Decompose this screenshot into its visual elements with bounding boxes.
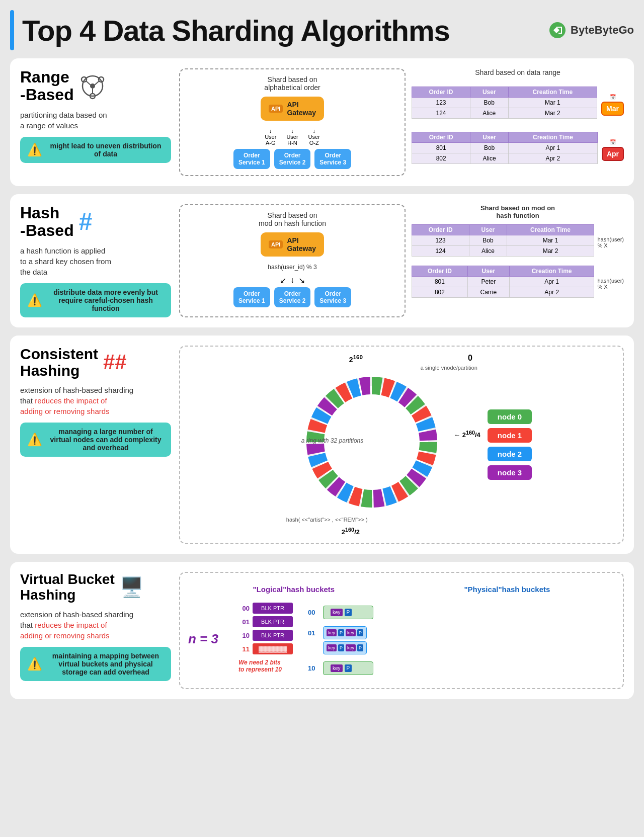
service-2: OrderService 2 [274, 149, 311, 169]
phys-box-10: key P [323, 661, 373, 675]
hash-right-title: Shard based on mod onhash function [412, 204, 624, 219]
key-p-10-1: key [331, 664, 343, 672]
bucket-label-01: 01 [238, 618, 250, 626]
key-p-00-2: P [345, 609, 352, 616]
brand-logo: ByteByteGo [548, 21, 634, 39]
node-1-badge: node 1 [488, 428, 532, 443]
api-badge: API [269, 105, 283, 113]
table-row: 124AliceMar 2 [412, 108, 597, 119]
user-label-hn: ↓UserH-N [286, 128, 298, 146]
logical-buckets-list: 00 BLK PTR 01 BLK PTR 10 BLK PTR 11 ▓▓▓▓… [238, 603, 293, 675]
phys-label-00: 00 [308, 609, 319, 616]
hash-title: Hash-Based # [20, 204, 171, 239]
node-3-badge: node 3 [488, 465, 532, 480]
range-user-labels: ↓UserA-G ↓UserH-N ↓UserO-Z [265, 128, 320, 146]
range-table-1: Order ID User Creation Time 123BobMar 1 … [412, 87, 597, 119]
range-left-panel: Range-Based partitioning data based ona … [20, 68, 171, 176]
th-user-2: User [470, 132, 509, 143]
bucket-label-11: 11 [238, 645, 250, 653]
range-diagram-title: Shard based onalphabetical order [264, 75, 320, 92]
hash-table-1: Order ID User Creation Time 123BobMar 1 … [412, 224, 594, 257]
ring-node-legend: node 0 node 1 node 2 node 3 [488, 409, 532, 480]
bucket-bar-10: BLK PTR [253, 630, 293, 641]
th-orderid-1: Order ID [412, 87, 470, 98]
hash-service-1: OrderService 1 [233, 287, 270, 307]
range-based-section: Range-Based partitioning data based ona … [10, 58, 634, 186]
cal-apr: 📅 Apr [602, 139, 624, 161]
ring-label-top: 2160 [349, 354, 363, 364]
bucket-11: 11 ▓▓▓▓▓▓▓ [238, 643, 293, 654]
vbucket-title-text: Virtual BucketHashing [20, 572, 115, 603]
range-api-gateway: API APIGateway [261, 97, 324, 121]
ring-caption: a ring with 32 partitions [301, 437, 363, 444]
table-row: 123BobMar 1 [412, 235, 594, 246]
phys-box-00: key P [323, 606, 373, 619]
hash-diagram-title: Shard based onmod on hash function [259, 211, 326, 227]
table-row: 801BobApr 1 [412, 143, 598, 153]
hash-arrows: ↙↓↘ [280, 276, 305, 285]
range-table-2: Order ID User Creation Time 801BobApr 1 … [412, 132, 598, 164]
monitor-icon: 🖥️ [120, 577, 143, 598]
warning-icon-hash: ⚠️ [27, 293, 42, 307]
consistent-warning-text: managing a large number of virtual nodes… [47, 428, 164, 452]
hash-api-badge: API [269, 240, 283, 248]
range-table-group-2: Order ID User Creation Time 801BobApr 1 … [412, 132, 624, 168]
th-orderid-2: Order ID [412, 132, 470, 143]
range-table-group-1: Order ID User Creation Time 123BobMar 1 … [412, 87, 624, 123]
phys-bucket-10: 10 key P [308, 661, 373, 675]
node-0-badge: node 0 [488, 409, 532, 424]
logical-title: "Logical"hash buckets [253, 585, 335, 594]
vnode-label: a single vnode/partition [421, 365, 477, 371]
vbucket-left-panel: Virtual BucketHashing 🖥️ extension of ha… [20, 572, 171, 681]
th-creation-1: Creation Time [508, 87, 597, 98]
phys-box-01-row2: key P key P [323, 641, 367, 654]
bucket-01: 01 BLK PTR [238, 616, 293, 627]
hash-table-group-1: Order ID User Creation Time 123BobMar 1 … [412, 224, 624, 261]
table-row: 124AliceMar 2 [412, 246, 594, 257]
vbucket-warning-text: maintaining a mapping between virtual bu… [47, 652, 164, 676]
hash-tables-panel: Shard based on mod onhash function Order… [412, 204, 624, 317]
user-label-ag: ↓UserA-G [265, 128, 276, 146]
warning-icon-consistent: ⚠️ [27, 433, 42, 447]
svg-point-2 [90, 83, 95, 89]
hash-x-label-1: hash(user)% X [597, 236, 624, 248]
table-row: 802CarrieApr 2 [412, 287, 594, 298]
table-row: 802AliceApr 2 [412, 153, 598, 164]
consistent-left-panel: ConsistentHashing ## extension of hash-b… [20, 346, 171, 457]
range-services: OrderService 1 OrderService 2 OrderServi… [233, 149, 351, 169]
bucket-bar-11: ▓▓▓▓▓▓▓ [253, 643, 293, 654]
hash-warning: ⚠️ distribute data more evenly but requi… [20, 283, 171, 317]
range-warning: ⚠️ might lead to uneven distribution of … [20, 137, 171, 163]
phys-label-10: 10 [308, 664, 319, 672]
hash-based-section: Hash-Based # a hash function is appliedt… [10, 194, 634, 327]
physical-buckets-area: 00 key P 01 key P key [308, 606, 373, 675]
consistent-warning: ⚠️ managing a large number of virtual no… [20, 423, 171, 457]
hash-desc: a hash function is appliedto a shard key… [20, 245, 171, 277]
api-gateway-label: APIGateway [287, 101, 316, 117]
range-title-text: Range-Based [20, 68, 74, 104]
apr-badge: Apr [602, 147, 624, 161]
bucket-10: 10 BLK PTR [238, 630, 293, 641]
ring-label-bottom: 2160/2 [342, 527, 360, 536]
node-2-badge: node 2 [488, 447, 532, 461]
header: Top 4 Data Sharding Algorithms ByteByteG… [10, 10, 634, 50]
hash-service-3: OrderService 3 [314, 287, 351, 307]
hash-service-2: OrderService 2 [274, 287, 311, 307]
cal-mar: 📅 Mar [601, 94, 624, 116]
vbucket-warning: ⚠️ maintaining a mapping between virtual… [20, 647, 171, 681]
hash-warning-text: distribute data more evenly but require … [47, 288, 164, 312]
buckets-layout: n = 3 00 BLK PTR 01 BLK PTR 10 BLK PTR [188, 598, 615, 680]
brand-icon [548, 21, 567, 39]
virtual-bucket-section: Virtual BucketHashing 🖥️ extension of ha… [10, 562, 634, 699]
vbucket-desc: extension of hash-based shardingthat red… [20, 609, 171, 641]
hash-left-panel: Hash-Based # a hash function is appliedt… [20, 204, 171, 317]
bucket-section-titles: "Logical"hash buckets "Physical"hash buc… [188, 585, 615, 594]
n-label: n = 3 [188, 631, 218, 647]
hash-api-gateway: API APIGateway [261, 232, 324, 257]
hash-diagram-box: Shard based onmod on hash function API A… [179, 204, 406, 317]
warning-icon-vbucket: ⚠️ [27, 657, 42, 671]
consistent-right-panel: 2160 0 ← 2160/4 2160/2 a ring with 32 pa… [179, 346, 624, 544]
bucket-bar-00: BLK PTR [253, 603, 293, 614]
range-tables-panel: Shard based on data range Order ID User … [412, 68, 624, 176]
header-accent-bar [10, 10, 14, 50]
